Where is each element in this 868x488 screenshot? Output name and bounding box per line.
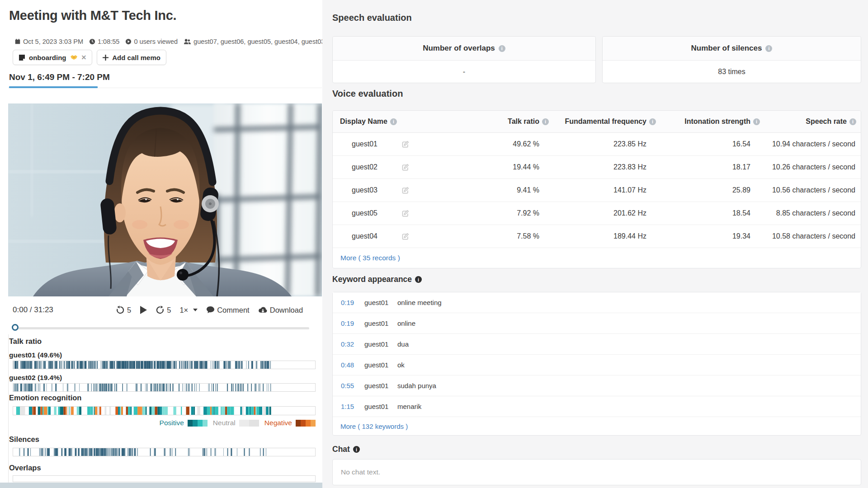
speaker2-waveform bbox=[13, 384, 315, 391]
edit-icon[interactable] bbox=[401, 202, 409, 225]
info-icon[interactable]: i bbox=[542, 118, 549, 125]
more-keywords-link[interactable]: More ( 132 keywords ) bbox=[340, 422, 408, 430]
seek-slider-handle[interactable] bbox=[12, 324, 19, 331]
col-intonation: Intonation strengthi bbox=[684, 111, 760, 132]
legend-item-neutral: Neutral bbox=[213, 419, 259, 427]
meta-views-text: 0 users viewed bbox=[134, 38, 178, 45]
speaker-name: guest03 bbox=[352, 179, 377, 202]
keyword-text: menarik bbox=[397, 396, 421, 417]
video-player[interactable] bbox=[8, 103, 322, 296]
table-row: guest02 19.44 % 223.83 Hz 18.17 10.26 ch… bbox=[333, 156, 861, 179]
comment-button[interactable]: Comment bbox=[206, 306, 250, 314]
legend-label-0: Positive bbox=[160, 419, 184, 427]
emotion-heatmap bbox=[13, 407, 315, 415]
emotion-track bbox=[13, 406, 316, 415]
edit-icon[interactable] bbox=[401, 133, 409, 155]
silences-track bbox=[13, 448, 316, 456]
voice-table-body: guest01 49.62 % 223.85 Hz 16.54 10.94 ch… bbox=[333, 133, 861, 248]
video-frame bbox=[8, 103, 322, 296]
info-icon[interactable]: i bbox=[753, 118, 760, 125]
left-panel: Meeting with M&T Tech Inc. Oct 5, 2023 3… bbox=[0, 0, 322, 488]
speaker1-label: guest01 (49.6%) bbox=[9, 351, 62, 359]
chip-row: onboarding ✕ Add call memo bbox=[13, 50, 166, 65]
keyword-text: dua bbox=[397, 334, 409, 354]
overlaps-track bbox=[13, 475, 316, 482]
edit-icon[interactable] bbox=[401, 225, 409, 248]
bottom-band bbox=[0, 483, 322, 488]
download-button[interactable]: Download bbox=[258, 306, 303, 314]
speaker1-track bbox=[13, 361, 316, 369]
keyword-row: 0:48 guest01 ok bbox=[333, 355, 861, 375]
meta-duration: 1:08:55 bbox=[89, 38, 119, 45]
play-button[interactable] bbox=[140, 306, 147, 314]
silences-stat-value: 83 times bbox=[603, 61, 861, 83]
overlaps-stat-card: Number of overlaps i - bbox=[332, 36, 596, 83]
info-icon[interactable]: i bbox=[649, 118, 656, 125]
voice-evaluation-title: Voice evaluation bbox=[332, 89, 403, 99]
silences-stat-label: Number of silences bbox=[691, 44, 762, 53]
forward-amount: 5 bbox=[167, 306, 171, 314]
keyword-timestamp-link[interactable]: 0:32 bbox=[341, 334, 354, 354]
call-tag-chip[interactable]: onboarding ✕ bbox=[13, 50, 92, 65]
col-intonation-label: Intonation strength bbox=[684, 117, 750, 126]
keyword-timestamp-link[interactable]: 0:19 bbox=[341, 313, 354, 333]
keyword-row: 0:19 guest01 online bbox=[333, 313, 861, 334]
keyword-text: ok bbox=[397, 355, 405, 375]
add-call-memo-label: Add call memo bbox=[112, 54, 160, 61]
overlaps-stat-value: - bbox=[333, 61, 595, 83]
forward-icon bbox=[156, 305, 165, 314]
info-icon-dark[interactable]: i bbox=[353, 446, 360, 453]
keyword-appearance-label: Keyword appearance bbox=[332, 275, 412, 284]
keyword-row: 1:15 guest01 menarik bbox=[333, 396, 861, 417]
info-icon[interactable]: i bbox=[499, 45, 505, 52]
edit-icon[interactable] bbox=[401, 179, 409, 202]
intonation-value: 18.17 bbox=[732, 156, 750, 178]
col-talk-ratio-label: Talk ratio bbox=[508, 117, 539, 126]
voice-more-row: More ( 35 records ) bbox=[333, 248, 861, 268]
info-icon[interactable]: i bbox=[390, 118, 397, 125]
intonation-value: 19.34 bbox=[732, 225, 750, 248]
silences-waveform bbox=[13, 448, 315, 456]
meta-date: Oct 5, 2023 3:03 PM bbox=[14, 38, 83, 45]
info-icon[interactable]: i bbox=[765, 45, 772, 52]
col-speech-rate: Speech ratei bbox=[806, 111, 856, 132]
keyword-timestamp-link[interactable]: 1:15 bbox=[341, 396, 354, 417]
intonation-value: 16.54 bbox=[732, 133, 750, 155]
rewind-amount: 5 bbox=[127, 306, 131, 314]
play-icon bbox=[140, 306, 147, 314]
users-icon bbox=[184, 38, 191, 45]
keyword-row: 0:55 guest01 sudah punya bbox=[333, 375, 861, 396]
table-row: guest05 7.92 % 201.62 Hz 18.54 8.85 char… bbox=[333, 202, 861, 225]
keyword-timestamp-link[interactable]: 0:48 bbox=[341, 355, 354, 375]
plus-icon bbox=[103, 55, 108, 61]
chat-card: No chat text. bbox=[332, 459, 861, 485]
session-tab[interactable]: Nov 1, 6:49 PM - 7:20 PM bbox=[9, 72, 110, 82]
col-talk-ratio: Talk ratioi bbox=[508, 111, 549, 132]
talk-ratio-value: 19.44 % bbox=[513, 156, 539, 178]
edit-icon[interactable] bbox=[401, 156, 409, 178]
player-controls: 0:00 / 31:23 5 5 1× Comment bbox=[13, 303, 318, 317]
forward-5-button[interactable]: 5 bbox=[156, 305, 171, 314]
seek-slider-track[interactable] bbox=[13, 327, 309, 329]
info-icon-dark[interactable]: i bbox=[415, 276, 422, 283]
keyword-timestamp-link[interactable]: 0:55 bbox=[341, 375, 354, 396]
more-records-link[interactable]: More ( 35 records ) bbox=[340, 254, 400, 262]
remove-tag-button[interactable]: ✕ bbox=[81, 54, 87, 61]
rewind-icon bbox=[116, 305, 125, 314]
keyword-timestamp-link[interactable]: 0:19 bbox=[341, 292, 354, 313]
chat-empty-text: No chat text. bbox=[341, 468, 380, 476]
info-icon[interactable]: i bbox=[849, 118, 856, 125]
rewind-5-button[interactable]: 5 bbox=[116, 305, 131, 314]
meta-date-text: Oct 5, 2023 3:03 PM bbox=[23, 38, 83, 45]
playback-speed-button[interactable]: 1× bbox=[179, 306, 198, 314]
keyword-appearance-title: Keyword appearance i bbox=[332, 275, 422, 284]
add-call-memo-button[interactable]: Add call memo bbox=[97, 50, 166, 65]
speaker-name: guest05 bbox=[352, 202, 377, 225]
calendar-icon bbox=[14, 38, 21, 45]
frequency-value: 223.83 Hz bbox=[613, 156, 646, 178]
keyword-more-row: More ( 132 keywords ) bbox=[333, 417, 861, 435]
talk-ratio-value: 7.58 % bbox=[517, 225, 539, 248]
play-circle-icon bbox=[125, 38, 132, 45]
legend-label-1: Neutral bbox=[213, 419, 236, 427]
col-frequency-label: Fundamental frequency bbox=[565, 117, 646, 126]
